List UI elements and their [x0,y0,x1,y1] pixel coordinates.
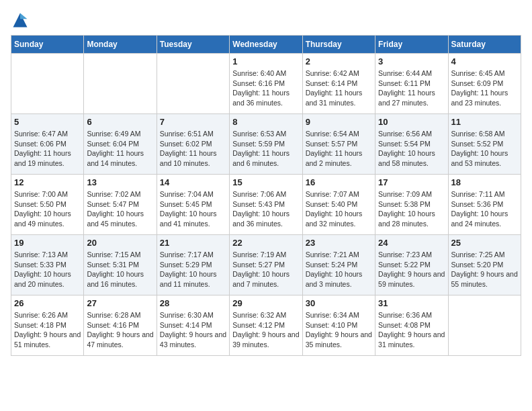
day-cell: 8Sunrise: 6:53 AM Sunset: 5:59 PM Daylig… [230,114,302,175]
day-cell: 10Sunrise: 6:56 AM Sunset: 5:54 PM Dayli… [375,114,448,175]
day-number: 13 [87,177,153,187]
day-info: Sunrise: 6:32 AM Sunset: 4:12 PM Dayligh… [232,310,299,350]
day-cell [448,295,521,356]
day-number: 28 [160,298,226,308]
day-number: 14 [160,177,226,187]
day-info: Sunrise: 7:23 AM Sunset: 5:22 PM Dayligh… [378,250,445,289]
col-header-sunday: Sunday [11,36,84,54]
day-number: 4 [451,56,518,66]
day-headers-row: SundayMondayTuesdayWednesdayThursdayFrid… [11,36,521,54]
day-cell: 18Sunrise: 7:11 AM Sunset: 5:36 PM Dayli… [448,175,521,235]
week-row-3: 12Sunrise: 7:00 AM Sunset: 5:50 PM Dayli… [11,175,521,235]
day-info: Sunrise: 6:45 AM Sunset: 6:09 PM Dayligh… [451,68,518,108]
week-row-5: 26Sunrise: 6:26 AM Sunset: 4:18 PM Dayli… [11,295,521,356]
svg-marker-1 [20,13,28,19]
day-cell: 11Sunrise: 6:58 AM Sunset: 5:52 PM Dayli… [448,114,521,175]
day-cell: 26Sunrise: 6:26 AM Sunset: 4:18 PM Dayli… [11,295,84,356]
day-cell: 28Sunrise: 6:30 AM Sunset: 4:14 PM Dayli… [157,295,229,356]
day-number: 8 [232,117,299,127]
day-cell: 6Sunrise: 6:49 AM Sunset: 6:04 PM Daylig… [84,114,157,175]
day-info: Sunrise: 7:19 AM Sunset: 5:27 PM Dayligh… [232,250,299,289]
day-cell: 7Sunrise: 6:51 AM Sunset: 6:02 PM Daylig… [157,114,229,175]
day-number: 10 [378,117,445,127]
day-info: Sunrise: 6:53 AM Sunset: 5:59 PM Dayligh… [232,129,299,169]
col-header-monday: Monday [84,36,157,54]
day-cell: 14Sunrise: 7:04 AM Sunset: 5:45 PM Dayli… [157,175,229,235]
day-number: 31 [378,298,445,308]
col-header-wednesday: Wednesday [230,36,302,54]
calendar-table: SundayMondayTuesdayWednesdayThursdayFrid… [11,35,521,356]
day-cell [11,54,84,114]
day-info: Sunrise: 6:26 AM Sunset: 4:18 PM Dayligh… [14,310,81,350]
day-cell: 29Sunrise: 6:32 AM Sunset: 4:12 PM Dayli… [230,295,302,356]
day-cell: 16Sunrise: 7:07 AM Sunset: 5:40 PM Dayli… [302,175,375,235]
col-header-thursday: Thursday [302,36,375,54]
day-cell: 1Sunrise: 6:40 AM Sunset: 6:16 PM Daylig… [230,54,302,114]
day-number: 15 [232,177,299,187]
day-number: 24 [378,238,445,248]
day-info: Sunrise: 7:15 AM Sunset: 5:31 PM Dayligh… [87,250,153,289]
day-cell: 20Sunrise: 7:15 AM Sunset: 5:31 PM Dayli… [84,235,157,295]
day-cell: 19Sunrise: 7:13 AM Sunset: 5:33 PM Dayli… [11,235,84,295]
day-info: Sunrise: 7:21 AM Sunset: 5:24 PM Dayligh… [306,250,372,289]
day-number: 21 [160,238,226,248]
day-cell: 5Sunrise: 6:47 AM Sunset: 6:06 PM Daylig… [11,114,84,175]
day-info: Sunrise: 6:34 AM Sunset: 4:10 PM Dayligh… [306,310,372,350]
day-info: Sunrise: 6:58 AM Sunset: 5:52 PM Dayligh… [451,129,518,169]
day-info: Sunrise: 7:13 AM Sunset: 5:33 PM Dayligh… [14,250,81,289]
day-info: Sunrise: 6:40 AM Sunset: 6:16 PM Dayligh… [232,68,299,108]
day-info: Sunrise: 6:56 AM Sunset: 5:54 PM Dayligh… [378,129,445,169]
day-number: 7 [160,117,226,127]
day-number: 25 [451,238,518,248]
day-cell: 4Sunrise: 6:45 AM Sunset: 6:09 PM Daylig… [448,54,521,114]
day-number: 27 [87,298,153,308]
day-cell: 30Sunrise: 6:34 AM Sunset: 4:10 PM Dayli… [302,295,375,356]
day-info: Sunrise: 6:51 AM Sunset: 6:02 PM Dayligh… [160,129,226,169]
day-info: Sunrise: 7:06 AM Sunset: 5:43 PM Dayligh… [232,189,299,229]
day-number: 20 [87,238,153,248]
day-number: 9 [306,117,372,127]
day-number: 30 [306,298,372,308]
day-info: Sunrise: 6:42 AM Sunset: 6:14 PM Dayligh… [306,68,372,108]
day-number: 26 [14,298,81,308]
day-number: 1 [232,56,299,66]
day-number: 23 [306,238,372,248]
day-cell: 3Sunrise: 6:44 AM Sunset: 6:11 PM Daylig… [375,54,448,114]
week-row-4: 19Sunrise: 7:13 AM Sunset: 5:33 PM Dayli… [11,235,521,295]
day-info: Sunrise: 7:07 AM Sunset: 5:40 PM Dayligh… [306,189,372,229]
day-cell: 13Sunrise: 7:02 AM Sunset: 5:47 PM Dayli… [84,175,157,235]
day-number: 17 [378,177,445,187]
day-info: Sunrise: 7:04 AM Sunset: 5:45 PM Dayligh… [160,189,226,229]
day-cell: 2Sunrise: 6:42 AM Sunset: 6:14 PM Daylig… [302,54,375,114]
day-cell: 17Sunrise: 7:09 AM Sunset: 5:38 PM Dayli… [375,175,448,235]
day-info: Sunrise: 7:17 AM Sunset: 5:29 PM Dayligh… [160,250,226,289]
day-number: 18 [451,177,518,187]
day-number: 11 [451,117,518,127]
logo [11,11,32,30]
day-info: Sunrise: 6:28 AM Sunset: 4:16 PM Dayligh… [87,310,153,350]
day-cell: 21Sunrise: 7:17 AM Sunset: 5:29 PM Dayli… [157,235,229,295]
day-info: Sunrise: 6:49 AM Sunset: 6:04 PM Dayligh… [87,129,153,169]
day-cell: 9Sunrise: 6:54 AM Sunset: 5:57 PM Daylig… [302,114,375,175]
day-info: Sunrise: 7:02 AM Sunset: 5:47 PM Dayligh… [87,189,153,229]
day-number: 12 [14,177,81,187]
day-number: 16 [306,177,372,187]
day-number: 22 [232,238,299,248]
day-info: Sunrise: 6:30 AM Sunset: 4:14 PM Dayligh… [160,310,226,350]
day-number: 2 [306,56,372,66]
col-header-tuesday: Tuesday [157,36,229,54]
day-info: Sunrise: 7:09 AM Sunset: 5:38 PM Dayligh… [378,189,445,229]
week-row-2: 5Sunrise: 6:47 AM Sunset: 6:06 PM Daylig… [11,114,521,175]
day-cell: 22Sunrise: 7:19 AM Sunset: 5:27 PM Dayli… [230,235,302,295]
col-header-friday: Friday [375,36,448,54]
page-header [11,11,521,30]
day-cell: 12Sunrise: 7:00 AM Sunset: 5:50 PM Dayli… [11,175,84,235]
day-info: Sunrise: 6:47 AM Sunset: 6:06 PM Dayligh… [14,129,81,169]
day-info: Sunrise: 6:54 AM Sunset: 5:57 PM Dayligh… [306,129,372,169]
day-info: Sunrise: 6:36 AM Sunset: 4:08 PM Dayligh… [378,310,445,350]
day-info: Sunrise: 7:00 AM Sunset: 5:50 PM Dayligh… [14,189,81,229]
day-cell [157,54,229,114]
day-cell: 24Sunrise: 7:23 AM Sunset: 5:22 PM Dayli… [375,235,448,295]
week-row-1: 1Sunrise: 6:40 AM Sunset: 6:16 PM Daylig… [11,54,521,114]
day-cell [84,54,157,114]
